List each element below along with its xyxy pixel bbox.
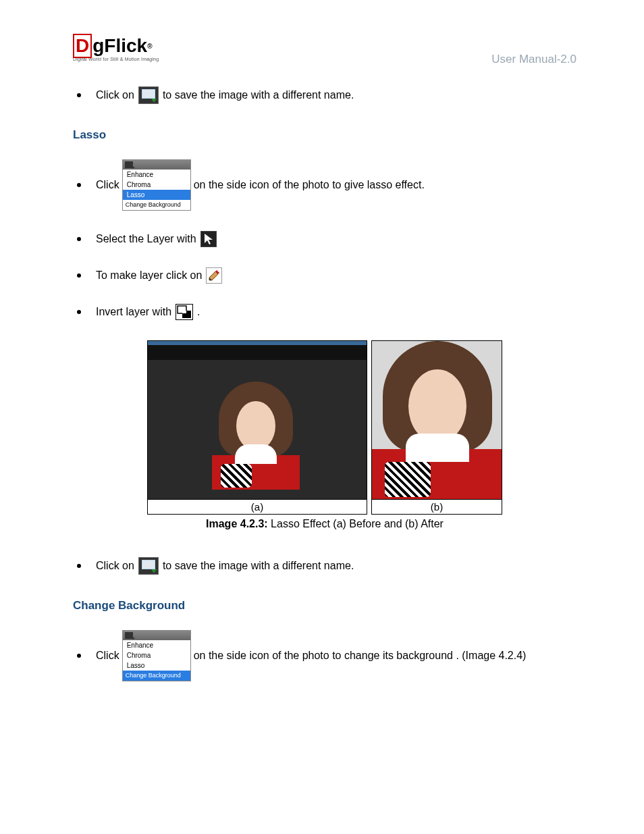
text: Click bbox=[96, 650, 119, 662]
save-as-icon bbox=[138, 86, 159, 104]
logo-rest: gFlick bbox=[92, 35, 147, 57]
menu-item-lasso: Lasso bbox=[123, 660, 190, 671]
text: Select the Layer with bbox=[96, 233, 196, 245]
list-item: Invert layer with . bbox=[73, 304, 576, 320]
list-item-content: Click on to save the image with a differ… bbox=[96, 557, 354, 575]
section-title-change-background: Change Background bbox=[73, 599, 576, 613]
figure-label-b: (b) bbox=[371, 500, 502, 515]
menu-item-enhance: Enhance bbox=[123, 640, 190, 650]
menu-header bbox=[123, 160, 190, 170]
bullet-list-mid: Click on to save the image with a differ… bbox=[73, 557, 576, 575]
bullet-icon bbox=[77, 237, 81, 241]
section-title-lasso: Lasso bbox=[73, 128, 576, 142]
bullet-icon bbox=[77, 93, 81, 97]
list-item: To make layer click on bbox=[73, 267, 576, 284]
menu-item-lasso: Lasso bbox=[123, 190, 190, 200]
text: Invert layer with bbox=[96, 306, 171, 318]
text: . bbox=[197, 306, 200, 318]
svg-rect-6 bbox=[182, 311, 186, 313]
list-item-content: Select the Layer with bbox=[96, 231, 221, 247]
figure-cell-b: (b) bbox=[371, 340, 502, 515]
document-page: DgFlick® Digital World for Still & Motio… bbox=[0, 0, 644, 742]
menu-header-icon bbox=[125, 161, 133, 168]
bullet-icon bbox=[77, 183, 81, 187]
page-header: DgFlick® Digital World for Still & Motio… bbox=[73, 34, 576, 66]
menu-header-icon bbox=[125, 632, 133, 639]
list-item: Click on to save the image with a differ… bbox=[73, 86, 576, 104]
figure-image-after bbox=[371, 340, 502, 500]
bullet-list-top: Click on to save the image with a differ… bbox=[73, 86, 576, 104]
header-version: User Manual-2.0 bbox=[491, 53, 576, 66]
list-item-content: Invert layer with . bbox=[96, 304, 200, 320]
list-item: Click on to save the image with a differ… bbox=[73, 557, 576, 575]
menu-item-chroma: Chroma bbox=[123, 180, 190, 190]
bullet-icon bbox=[77, 564, 81, 568]
logo: DgFlick® Digital World for Still & Motio… bbox=[73, 34, 159, 61]
list-item-content: Click Enhance Chroma Lasso Change Backgr… bbox=[96, 630, 526, 681]
text: Click on bbox=[96, 89, 134, 101]
context-menu-screenshot: Enhance Chroma Lasso Change Background bbox=[122, 630, 191, 681]
invert-layer-icon bbox=[176, 304, 193, 320]
text: Click on bbox=[96, 560, 134, 572]
svg-marker-0 bbox=[205, 234, 213, 244]
bullet-list-changebg: Click Enhance Chroma Lasso Change Backgr… bbox=[73, 630, 576, 681]
logo-registered: ® bbox=[147, 43, 152, 50]
bullet-list-lasso: Click Enhance Chroma Lasso Change Backgr… bbox=[73, 159, 576, 320]
bullet-icon bbox=[77, 310, 81, 314]
figure-label-a: (a) bbox=[147, 500, 367, 515]
menu-item-chroma: Chroma bbox=[123, 650, 190, 660]
arrow-cursor-icon bbox=[200, 231, 217, 247]
text: Click bbox=[96, 179, 119, 191]
list-item-content: Click on to save the image with a differ… bbox=[96, 86, 354, 104]
bullet-icon bbox=[77, 654, 81, 658]
figure-row: (a) (b) bbox=[73, 340, 576, 515]
context-menu-screenshot: Enhance Chroma Lasso Change Background bbox=[122, 159, 191, 211]
text: to save the image with a different name. bbox=[163, 560, 354, 572]
save-as-icon bbox=[138, 557, 159, 575]
text: on the side icon of the photo to give la… bbox=[194, 179, 425, 191]
list-item-content: To make layer click on bbox=[96, 267, 226, 284]
bullet-icon bbox=[77, 273, 81, 278]
figure-image-before bbox=[147, 340, 367, 500]
pen-tool-icon bbox=[206, 267, 222, 284]
logo-d: D bbox=[73, 34, 92, 58]
list-item: Select the Layer with bbox=[73, 231, 576, 247]
list-item: Click Enhance Chroma Lasso Change Backgr… bbox=[73, 630, 576, 681]
figure-caption: Image 4.2.3: Lasso Effect (a) Before and… bbox=[73, 518, 576, 530]
figure-caption-bold: Image 4.2.3: bbox=[206, 518, 268, 529]
text: on the side icon of the photo to change … bbox=[194, 650, 527, 662]
text: To make layer click on bbox=[96, 269, 202, 282]
figure-cell-a: (a) bbox=[147, 340, 367, 515]
menu-item-change-background: Change Background bbox=[123, 200, 190, 210]
menu-item-enhance: Enhance bbox=[123, 170, 190, 180]
menu-item-change-background: Change Background bbox=[123, 671, 190, 681]
text: to save the image with a different name. bbox=[163, 89, 354, 101]
logo-text: DgFlick® bbox=[73, 34, 159, 58]
menu-header bbox=[123, 631, 190, 640]
list-item-content: Click Enhance Chroma Lasso Change Backgr… bbox=[96, 159, 425, 211]
list-item: Click Enhance Chroma Lasso Change Backgr… bbox=[73, 159, 576, 211]
figure-caption-text: Lasso Effect (a) Before and (b) After bbox=[268, 518, 444, 529]
